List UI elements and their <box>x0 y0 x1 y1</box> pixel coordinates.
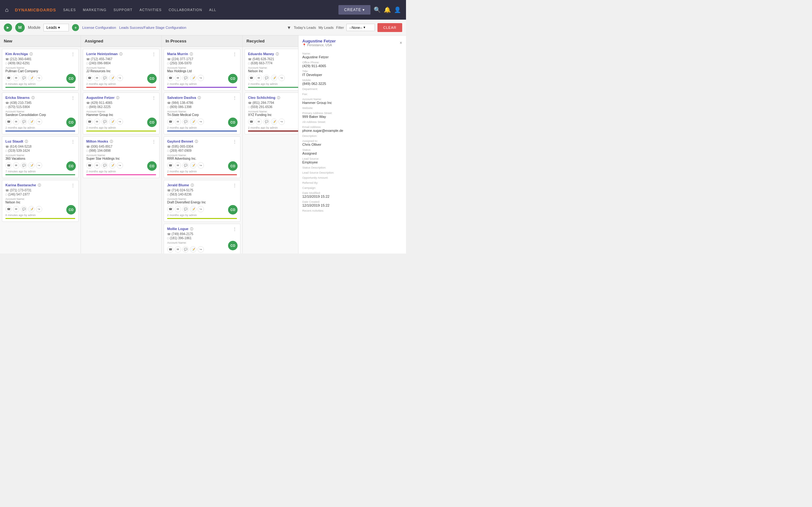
card-name[interactable]: Augustine Fetzer ⓘ <box>86 96 119 100</box>
sms-btn[interactable]: 💬 <box>183 75 189 81</box>
note-btn[interactable]: 📝 <box>271 75 277 81</box>
email-btn[interactable]: ✉ <box>175 75 181 81</box>
card-menu[interactable]: ⋮ <box>71 139 75 144</box>
card-name[interactable]: Jerald Blume ⓘ <box>167 183 194 187</box>
card-name[interactable]: Karina Bastarache ⓘ <box>5 183 41 187</box>
note-btn[interactable]: 📝 <box>109 118 115 125</box>
brand-logo[interactable]: DYNAMICBOARDS <box>15 8 56 12</box>
card-name[interactable]: Eduardo Maney ⓘ <box>248 52 279 56</box>
forward-btn[interactable]: ↪ <box>198 75 204 81</box>
forward-btn[interactable]: ↪ <box>117 162 123 169</box>
card-name[interactable]: Cleo Schlichting ⓘ <box>248 96 280 100</box>
card-menu[interactable]: ⋮ <box>152 52 156 57</box>
nav-activities[interactable]: ACTIVITIES <box>139 7 162 13</box>
note-btn[interactable]: 📝 <box>190 206 196 212</box>
card-menu[interactable]: ⋮ <box>152 139 156 144</box>
nav-marketing[interactable]: MARKETING <box>82 7 107 13</box>
note-btn[interactable]: 📝 <box>28 118 35 125</box>
call-btn[interactable]: ☎ <box>248 75 254 81</box>
note-btn[interactable]: 📝 <box>28 162 35 169</box>
sms-btn[interactable]: 💬 <box>183 162 189 169</box>
search-icon[interactable]: 🔍 <box>374 6 380 13</box>
card-menu[interactable]: ⋮ <box>71 95 75 101</box>
forward-btn[interactable]: ↪ <box>117 118 123 125</box>
note-btn[interactable]: 📝 <box>109 162 115 169</box>
nav-all[interactable]: ALL <box>208 7 217 13</box>
call-btn[interactable]: ☎ <box>167 162 173 169</box>
card-name[interactable]: Lorrie Heintzelman ⓘ <box>86 52 122 56</box>
email-btn[interactable]: ✉ <box>94 118 100 125</box>
email-btn[interactable]: ✉ <box>256 75 262 81</box>
forward-btn[interactable]: ↪ <box>36 206 42 212</box>
add-module-button[interactable]: + <box>72 24 79 31</box>
email-btn[interactable]: ✉ <box>13 162 19 169</box>
filter-select[interactable]: --None-- ▾ <box>346 24 375 31</box>
nav-collaboration[interactable]: COLLABORATION <box>168 7 203 13</box>
detail-close[interactable]: × <box>400 40 402 45</box>
detail-title[interactable]: Augustine Fetzer <box>302 39 336 43</box>
card-menu[interactable]: ⋮ <box>152 95 156 101</box>
clear-button[interactable]: CLEAR <box>377 23 402 32</box>
card-name[interactable]: Gaylord Bennet ⓘ <box>167 139 198 144</box>
card-name[interactable]: Milton Hooks ⓘ <box>86 139 113 144</box>
note-btn[interactable]: 📝 <box>190 118 196 125</box>
call-btn[interactable]: ☎ <box>5 162 12 169</box>
sms-btn[interactable]: 💬 <box>263 75 270 81</box>
email-btn[interactable]: ✉ <box>94 162 100 169</box>
note-btn[interactable]: 📝 <box>28 206 35 212</box>
call-btn[interactable]: ☎ <box>5 206 12 212</box>
sms-btn[interactable]: 💬 <box>20 162 27 169</box>
email-btn[interactable]: ✉ <box>94 75 100 81</box>
call-btn[interactable]: ☎ <box>86 75 93 81</box>
sms-btn[interactable]: 💬 <box>20 118 27 125</box>
card-name[interactable]: Maria Murrin ⓘ <box>167 52 193 56</box>
forward-btn[interactable]: ↪ <box>278 118 285 125</box>
card-menu[interactable]: ⋮ <box>233 95 237 101</box>
card-menu[interactable]: ⋮ <box>71 52 75 57</box>
note-btn[interactable]: 📝 <box>28 75 35 81</box>
card-name[interactable]: Kim Arechiga ⓘ <box>5 52 33 56</box>
forward-btn[interactable]: ↪ <box>198 118 204 125</box>
card-menu[interactable]: ⋮ <box>71 183 75 188</box>
call-btn[interactable]: ☎ <box>167 118 173 125</box>
filter-icon[interactable]: ▼ <box>287 25 291 30</box>
email-btn[interactable]: ✉ <box>256 118 262 125</box>
email-btn[interactable]: ✉ <box>13 75 19 81</box>
card-name[interactable]: Luz Staudt ⓘ <box>5 139 28 144</box>
nav-sales[interactable]: SALES <box>62 7 77 13</box>
email-btn[interactable]: ✉ <box>175 118 181 125</box>
my-leads-link[interactable]: My Leads <box>318 26 334 30</box>
card-name[interactable]: Ericka Stearns ⓘ <box>5 96 35 100</box>
sms-btn[interactable]: 💬 <box>101 75 108 81</box>
sms-btn[interactable]: 💬 <box>183 118 189 125</box>
play-button[interactable]: ▶ <box>4 23 12 32</box>
module-select[interactable]: Leads ▾ <box>44 24 69 32</box>
leads-stage-link[interactable]: Leads Success/Failure Stage Configuratio… <box>119 26 187 30</box>
sms-btn[interactable]: 💬 <box>183 206 189 212</box>
sms-btn[interactable]: 💬 <box>263 118 270 125</box>
call-btn[interactable]: ☎ <box>167 246 173 252</box>
email-btn[interactable]: ✉ <box>175 162 181 169</box>
call-btn[interactable]: ☎ <box>167 75 173 81</box>
home-icon[interactable]: ⌂ <box>5 7 9 13</box>
sms-btn[interactable]: 💬 <box>20 206 27 212</box>
call-btn[interactable]: ☎ <box>5 75 12 81</box>
sms-btn[interactable]: 💬 <box>101 162 108 169</box>
forward-btn[interactable]: ↪ <box>198 206 204 212</box>
email-btn[interactable]: ✉ <box>13 118 19 125</box>
card-menu[interactable]: ⋮ <box>233 183 237 188</box>
forward-btn[interactable]: ↪ <box>36 118 42 125</box>
note-btn[interactable]: 📝 <box>109 75 115 81</box>
note-btn[interactable]: 📝 <box>271 118 277 125</box>
nav-support[interactable]: SUPPORT <box>113 7 133 13</box>
note-btn[interactable]: 📝 <box>190 75 196 81</box>
sms-btn[interactable]: 💬 <box>101 118 108 125</box>
card-name[interactable]: Mollie Logue ⓘ <box>167 227 193 231</box>
license-config-link[interactable]: License Configuration <box>82 26 116 30</box>
create-button[interactable]: CREATE ▾ <box>339 5 370 14</box>
card-menu[interactable]: ⋮ <box>233 139 237 144</box>
forward-btn[interactable]: ↪ <box>278 75 285 81</box>
forward-btn[interactable]: ↪ <box>117 75 123 81</box>
sms-btn[interactable]: 💬 <box>20 75 27 81</box>
forward-btn[interactable]: ↪ <box>198 246 204 252</box>
